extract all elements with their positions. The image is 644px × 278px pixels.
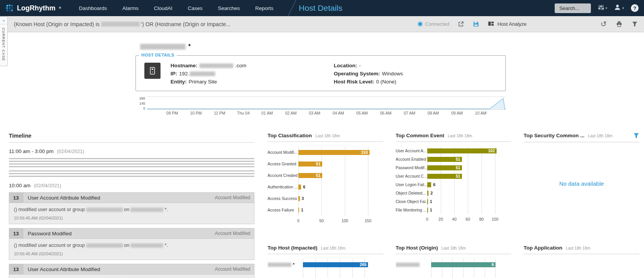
x-tick: 08 AM (428, 111, 439, 115)
search-button[interactable]: Search... (555, 3, 591, 13)
connected-label: Connected (425, 21, 449, 27)
chart-bar[interactable]: 265 (303, 262, 368, 267)
chart-bar[interactable]: 51 (298, 161, 322, 166)
chart-bar[interactable]: 6 (431, 262, 496, 267)
timeline-panel: Timeline 11:00 am - 3:00 pm (02/04/2021) (9, 133, 254, 278)
chart-bar[interactable] (427, 199, 428, 204)
timeline-event-card[interactable]: 13 Password Modified Account Modified ()… (9, 228, 254, 260)
search-toolbar: (Known Host (Origin or Impacted) is ') O… (0, 16, 644, 32)
bar-value: 6 (433, 183, 435, 187)
undo-icon[interactable]: ↺ (601, 20, 607, 28)
bar-row: 51 (298, 170, 372, 181)
timeline-event-card[interactable]: 13 User Account Attribute Modified Accou… (9, 192, 254, 224)
chart-bar[interactable] (298, 185, 301, 190)
bar-value: 1 (430, 200, 432, 204)
user-icon (614, 4, 621, 12)
toolbar-far-controls: ↺ (601, 20, 638, 28)
event-timestamp: 10:56:45 AM (02/04/2021) (9, 216, 254, 224)
entity-line: Entity: Primary Site (171, 79, 334, 85)
category-label: * (268, 259, 303, 270)
chart-bar[interactable]: 102 (427, 148, 497, 153)
widget-filter-funnel-icon[interactable] (633, 133, 639, 139)
analyze-grid-icon (488, 20, 494, 28)
nav-item-dashboards[interactable]: Dashboards (79, 5, 107, 11)
common-event-bar-chart[interactable]: User Account A...Account EnabledPassword… (396, 146, 512, 223)
collapsed-event-line (9, 163, 254, 165)
collapsed-events-stack[interactable] (9, 170, 254, 177)
host-impacted-bar-chart[interactable]: *265 (268, 259, 383, 278)
event-title: User Account Attribute Modified (28, 195, 100, 201)
chart-bar[interactable] (427, 182, 432, 187)
chart-bar[interactable]: 51 (427, 165, 462, 170)
main-content: * HOST DETAILS Hostname: .com (0, 32, 644, 278)
host-analyze-button[interactable]: Host Analyze (488, 20, 527, 28)
chart-bar[interactable]: 153 (298, 150, 370, 155)
bar-row: 1 (427, 206, 500, 214)
nav-item-searches[interactable]: Searches (218, 5, 240, 11)
panel-top-common-event: Top Common Event Last 18h 18m User Accou… (396, 133, 512, 245)
logrhythm-brand[interactable]: LogRhythm® (5, 4, 61, 12)
title-slash-divider (287, 0, 297, 16)
chart-bar[interactable]: 51 (298, 173, 322, 178)
bar-row: 6 (431, 259, 500, 270)
chart-bar[interactable]: 51 (427, 174, 462, 179)
host-detail-col-left: Hostname: .com IP: 192. Entity: Primary … (171, 63, 334, 85)
location-value: - (359, 63, 361, 68)
classification-bar-chart[interactable]: Account Modifi...Access GrantedAccount C… (268, 146, 383, 225)
help-icon[interactable]: ? (631, 4, 639, 12)
chart-bar[interactable]: 51 (427, 157, 462, 162)
chart-bar[interactable] (298, 196, 300, 201)
ip-prefix: 192. (179, 71, 189, 77)
panel-top-application: Top Application Last 18h 18m (524, 245, 639, 278)
risk-value: 0 (None) (376, 79, 396, 85)
host-analyze-label: Host Analyze (497, 21, 527, 27)
nav-item-cloudai[interactable]: CloudAI (154, 5, 172, 11)
redacted-host-name (130, 243, 163, 248)
collapsed-event-line (9, 176, 254, 177)
y-tick: 145 (139, 102, 145, 105)
timeline-event-card[interactable]: 13 User Account Attribute Modified Accou… (9, 264, 254, 278)
group-time: 10:00 am (9, 183, 30, 188)
bar-value: 102 (488, 149, 495, 153)
x-tick: 06 AM (380, 111, 391, 115)
print-icon[interactable] (616, 21, 622, 27)
nav-item-alarms[interactable]: Alarms (122, 5, 139, 11)
brand-trademark: ® (59, 6, 61, 10)
sparkline-y-axis: 290 145 0 (135, 97, 147, 110)
panel-top-host-impacted: Top Host (Impacted) Last 18h 18m *265 (268, 245, 383, 278)
current-case-flyout-tab[interactable]: » CURRENT CASE (0, 17, 8, 66)
open-in-new-icon[interactable] (458, 21, 464, 27)
expand-chevrons-icon[interactable]: » (0, 17, 7, 24)
bar-row: 6 (298, 181, 372, 193)
sparkline-x-axis: 09 PM10 PM11 PMThu 0401 AM02 AM03 AM04 A… (147, 111, 506, 117)
nav-item-reports[interactable]: Reports (255, 5, 273, 11)
event-card-header: 13 Password Modified Account Modified (9, 228, 254, 239)
collapsed-events-stack[interactable] (9, 158, 254, 167)
x-tick: 10 PM (190, 111, 202, 115)
display-settings-control[interactable]: ▾ (598, 4, 607, 12)
chart-bar[interactable] (427, 191, 429, 196)
bar-row: 102 (427, 146, 500, 155)
panel-title: Top Host (Origin) (396, 245, 438, 251)
redacted-account-name (86, 243, 123, 248)
no-data-message: No data available (524, 142, 639, 225)
panel-header: Top Application Last 18h 18m (524, 245, 639, 254)
sparkline-plot-area[interactable]: 09 PM10 PM11 PMThu 0401 AM02 AM03 AM04 A… (147, 97, 506, 117)
nav-item-cases[interactable]: Cases (188, 5, 202, 11)
category-label: User Logon Fail... (396, 180, 427, 189)
chart-bar[interactable] (427, 208, 428, 213)
bar-row: 6 (427, 180, 500, 189)
x-tick: 03 AM (309, 111, 320, 115)
user-menu[interactable]: ▾ (614, 4, 624, 12)
message-text: *. (165, 207, 168, 212)
hostname-label: Hostname: (171, 63, 197, 68)
filter-funnel-icon[interactable] (632, 21, 638, 27)
host-origin-bar-chart[interactable]: 6 (396, 259, 512, 278)
panel-top-security-common-event: Top Security Common ... Last 18h 18m No … (524, 133, 639, 245)
activity-sparkline: 290 145 0 09 PM10 PM11 PMThu 0401 AM02 A… (135, 97, 506, 117)
chart-bar[interactable] (298, 208, 299, 213)
query-expression[interactable]: (Known Host (Origin or Impacted) is ') O… (14, 21, 231, 27)
category-label: Access Success (268, 193, 298, 204)
save-search-icon[interactable] (473, 21, 479, 27)
page-title: Host Details (299, 3, 342, 13)
